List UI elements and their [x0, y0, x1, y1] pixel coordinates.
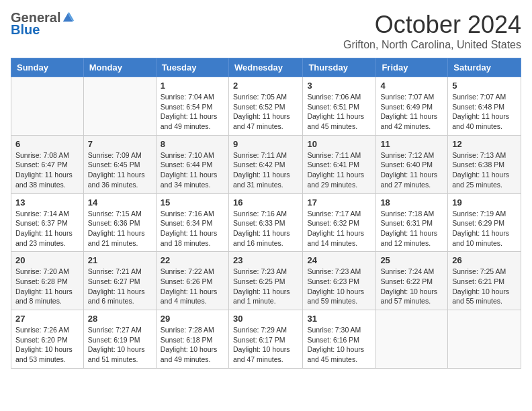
- day-number: 23: [233, 255, 298, 265]
- day-number: 20: [15, 255, 79, 265]
- calendar-cell: [11, 77, 84, 136]
- calendar-cell: 21Sunrise: 7:21 AM Sunset: 6:27 PM Dayli…: [83, 252, 156, 310]
- day-info: Sunrise: 7:21 AM Sunset: 6:27 PM Dayligh…: [88, 267, 152, 306]
- day-number: 3: [307, 81, 371, 91]
- calendar-cell: 1Sunrise: 7:04 AM Sunset: 6:54 PM Daylig…: [156, 77, 228, 136]
- calendar-cell: 6Sunrise: 7:08 AM Sunset: 6:47 PM Daylig…: [11, 135, 84, 193]
- day-number: 25: [380, 255, 443, 265]
- calendar-header-saturday: Saturday: [448, 58, 521, 77]
- day-number: 12: [452, 139, 517, 149]
- calendar-cell: 11Sunrise: 7:12 AM Sunset: 6:40 PM Dayli…: [376, 135, 448, 193]
- day-number: 9: [233, 139, 298, 149]
- day-number: 27: [15, 314, 79, 324]
- calendar-cell: 24Sunrise: 7:23 AM Sunset: 6:23 PM Dayli…: [303, 252, 376, 310]
- calendar-cell: 2Sunrise: 7:05 AM Sunset: 6:52 PM Daylig…: [228, 77, 302, 136]
- day-number: 18: [380, 197, 443, 208]
- calendar-cell: 26Sunrise: 7:25 AM Sunset: 6:21 PM Dayli…: [448, 252, 521, 310]
- day-info: Sunrise: 7:27 AM Sunset: 6:19 PM Dayligh…: [88, 325, 152, 365]
- calendar-header-sunday: Sunday: [11, 58, 84, 77]
- calendar-cell: 9Sunrise: 7:11 AM Sunset: 6:42 PM Daylig…: [228, 135, 302, 193]
- day-info: Sunrise: 7:05 AM Sunset: 6:52 PM Dayligh…: [233, 92, 298, 132]
- day-info: Sunrise: 7:23 AM Sunset: 6:25 PM Dayligh…: [233, 267, 298, 306]
- calendar-header-tuesday: Tuesday: [156, 58, 228, 77]
- calendar-cell: 7Sunrise: 7:09 AM Sunset: 6:45 PM Daylig…: [83, 135, 156, 193]
- day-number: 31: [307, 314, 371, 324]
- logo: General Blue: [11, 11, 74, 36]
- day-info: Sunrise: 7:28 AM Sunset: 6:18 PM Dayligh…: [161, 325, 224, 365]
- day-info: Sunrise: 7:09 AM Sunset: 6:45 PM Dayligh…: [88, 150, 152, 190]
- calendar-cell: 5Sunrise: 7:07 AM Sunset: 6:48 PM Daylig…: [448, 77, 521, 136]
- calendar-cell: 25Sunrise: 7:24 AM Sunset: 6:22 PM Dayli…: [376, 252, 448, 310]
- day-number: 21: [88, 255, 152, 265]
- calendar-header-friday: Friday: [376, 58, 448, 77]
- calendar-cell: 4Sunrise: 7:07 AM Sunset: 6:49 PM Daylig…: [376, 77, 448, 136]
- day-info: Sunrise: 7:20 AM Sunset: 6:28 PM Dayligh…: [15, 267, 79, 306]
- day-info: Sunrise: 7:16 AM Sunset: 6:34 PM Dayligh…: [161, 209, 224, 248]
- calendar-cell: 14Sunrise: 7:15 AM Sunset: 6:36 PM Dayli…: [83, 193, 156, 252]
- day-number: 16: [233, 197, 298, 208]
- day-info: Sunrise: 7:19 AM Sunset: 6:29 PM Dayligh…: [452, 209, 517, 248]
- calendar-cell: 28Sunrise: 7:27 AM Sunset: 6:19 PM Dayli…: [83, 310, 156, 369]
- calendar-cell: 20Sunrise: 7:20 AM Sunset: 6:28 PM Dayli…: [11, 252, 84, 310]
- calendar-week-row: 20Sunrise: 7:20 AM Sunset: 6:28 PM Dayli…: [11, 252, 521, 310]
- location-text: Grifton, North Carolina, United States: [343, 39, 521, 51]
- calendar-week-row: 6Sunrise: 7:08 AM Sunset: 6:47 PM Daylig…: [11, 135, 521, 193]
- day-number: 1: [161, 81, 224, 91]
- day-number: 5: [452, 81, 517, 91]
- calendar-week-row: 27Sunrise: 7:26 AM Sunset: 6:20 PM Dayli…: [11, 310, 521, 369]
- calendar-table: SundayMondayTuesdayWednesdayThursdayFrid…: [11, 58, 521, 369]
- day-info: Sunrise: 7:30 AM Sunset: 6:16 PM Dayligh…: [307, 325, 371, 365]
- day-info: Sunrise: 7:11 AM Sunset: 6:41 PM Dayligh…: [307, 150, 371, 190]
- day-info: Sunrise: 7:12 AM Sunset: 6:40 PM Dayligh…: [380, 150, 443, 190]
- calendar-cell: 30Sunrise: 7:29 AM Sunset: 6:17 PM Dayli…: [228, 310, 302, 369]
- day-number: 8: [161, 139, 224, 149]
- day-info: Sunrise: 7:14 AM Sunset: 6:37 PM Dayligh…: [15, 209, 79, 248]
- day-info: Sunrise: 7:11 AM Sunset: 6:42 PM Dayligh…: [233, 150, 298, 190]
- day-number: 15: [161, 197, 224, 208]
- day-info: Sunrise: 7:25 AM Sunset: 6:21 PM Dayligh…: [452, 267, 517, 306]
- calendar-cell: 3Sunrise: 7:06 AM Sunset: 6:51 PM Daylig…: [303, 77, 376, 136]
- calendar-header-row: SundayMondayTuesdayWednesdayThursdayFrid…: [11, 58, 521, 77]
- calendar-cell: 16Sunrise: 7:16 AM Sunset: 6:33 PM Dayli…: [228, 193, 302, 252]
- calendar-cell: 29Sunrise: 7:28 AM Sunset: 6:18 PM Dayli…: [156, 310, 228, 369]
- calendar-cell: 31Sunrise: 7:30 AM Sunset: 6:16 PM Dayli…: [303, 310, 376, 369]
- calendar-header-thursday: Thursday: [303, 58, 376, 77]
- day-info: Sunrise: 7:17 AM Sunset: 6:32 PM Dayligh…: [307, 209, 371, 248]
- day-number: 2: [233, 81, 298, 91]
- day-number: 10: [307, 139, 371, 149]
- day-info: Sunrise: 7:29 AM Sunset: 6:17 PM Dayligh…: [233, 325, 298, 365]
- calendar-cell: 27Sunrise: 7:26 AM Sunset: 6:20 PM Dayli…: [11, 310, 84, 369]
- day-info: Sunrise: 7:04 AM Sunset: 6:54 PM Dayligh…: [161, 92, 224, 132]
- day-info: Sunrise: 7:16 AM Sunset: 6:33 PM Dayligh…: [233, 209, 298, 248]
- day-info: Sunrise: 7:08 AM Sunset: 6:47 PM Dayligh…: [15, 150, 79, 190]
- day-number: 14: [88, 197, 152, 208]
- calendar-cell: 19Sunrise: 7:19 AM Sunset: 6:29 PM Dayli…: [448, 193, 521, 252]
- calendar-cell: 10Sunrise: 7:11 AM Sunset: 6:41 PM Dayli…: [303, 135, 376, 193]
- calendar-cell: 17Sunrise: 7:17 AM Sunset: 6:32 PM Dayli…: [303, 193, 376, 252]
- day-info: Sunrise: 7:26 AM Sunset: 6:20 PM Dayligh…: [15, 325, 79, 365]
- day-info: Sunrise: 7:07 AM Sunset: 6:48 PM Dayligh…: [452, 92, 517, 132]
- day-number: 22: [161, 255, 224, 265]
- day-info: Sunrise: 7:06 AM Sunset: 6:51 PM Dayligh…: [307, 92, 371, 132]
- calendar-week-row: 1Sunrise: 7:04 AM Sunset: 6:54 PM Daylig…: [11, 77, 521, 136]
- day-number: 26: [452, 255, 517, 265]
- day-number: 7: [88, 139, 152, 149]
- day-info: Sunrise: 7:24 AM Sunset: 6:22 PM Dayligh…: [380, 267, 443, 306]
- calendar-cell: [376, 310, 448, 369]
- logo-blue-text: Blue: [11, 23, 40, 36]
- calendar-cell: [448, 310, 521, 369]
- calendar-cell: 12Sunrise: 7:13 AM Sunset: 6:38 PM Dayli…: [448, 135, 521, 193]
- day-number: 29: [161, 314, 224, 324]
- day-info: Sunrise: 7:18 AM Sunset: 6:31 PM Dayligh…: [380, 209, 443, 248]
- calendar-week-row: 13Sunrise: 7:14 AM Sunset: 6:37 PM Dayli…: [11, 193, 521, 252]
- title-block: October 2024 Grifton, North Carolina, Un…: [343, 11, 521, 51]
- calendar-cell: 22Sunrise: 7:22 AM Sunset: 6:26 PM Dayli…: [156, 252, 228, 310]
- month-title: October 2024: [343, 11, 521, 39]
- calendar-header-wednesday: Wednesday: [228, 58, 302, 77]
- day-number: 24: [307, 255, 371, 265]
- calendar-cell: 15Sunrise: 7:16 AM Sunset: 6:34 PM Dayli…: [156, 193, 228, 252]
- day-number: 19: [452, 197, 517, 208]
- page-header: General Blue October 2024 Grifton, North…: [11, 11, 521, 51]
- day-number: 17: [307, 197, 371, 208]
- day-info: Sunrise: 7:22 AM Sunset: 6:26 PM Dayligh…: [161, 267, 224, 306]
